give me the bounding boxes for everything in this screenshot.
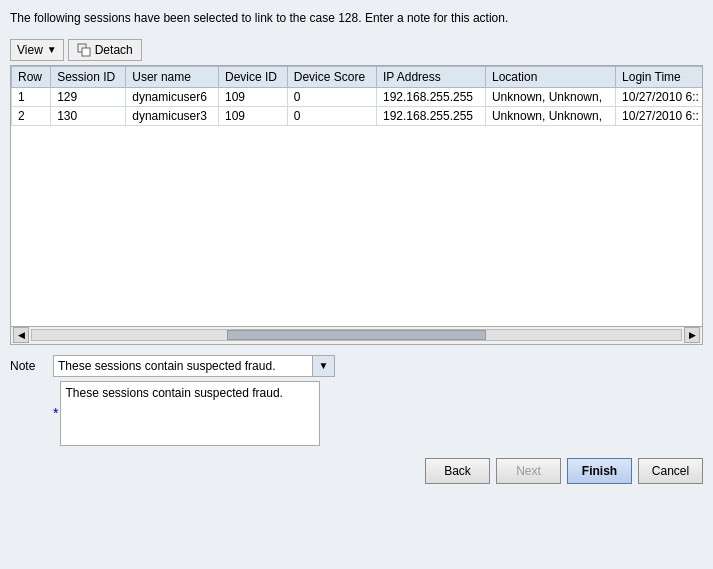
toolbar: View ▼ Detach xyxy=(10,39,703,61)
description-text: The following sessions have been selecte… xyxy=(10,10,703,27)
note-row: Note ▼ xyxy=(10,355,703,377)
svg-rect-1 xyxy=(82,48,90,56)
table-row: 2130dynamicuser31090192.168.255.255Unkno… xyxy=(12,106,703,125)
scroll-thumb[interactable] xyxy=(227,330,487,340)
next-button[interactable]: Next xyxy=(496,458,561,484)
required-star: * xyxy=(53,405,58,421)
col-username: User name xyxy=(126,66,219,87)
note-label: Note xyxy=(10,359,45,373)
col-ip-address: IP Address xyxy=(376,66,485,87)
note-dropdown-button[interactable]: ▼ xyxy=(313,355,335,377)
col-login-time: Login Time xyxy=(616,66,702,87)
sessions-table: Row Session ID User name Device ID Devic… xyxy=(11,66,702,126)
back-button[interactable]: Back xyxy=(425,458,490,484)
table-header-row: Row Session ID User name Device ID Devic… xyxy=(12,66,703,87)
col-row: Row xyxy=(12,66,51,87)
view-label: View xyxy=(17,43,43,57)
main-container: The following sessions have been selecte… xyxy=(0,0,713,569)
scroll-track[interactable] xyxy=(31,329,682,341)
scroll-left-button[interactable]: ◀ xyxy=(13,327,29,343)
col-device-id: Device ID xyxy=(218,66,287,87)
scroll-right-button[interactable]: ▶ xyxy=(684,327,700,343)
finish-button[interactable]: Finish xyxy=(567,458,632,484)
col-location: Location xyxy=(485,66,615,87)
col-device-score: Device Score xyxy=(287,66,376,87)
detach-icon xyxy=(77,43,91,57)
table-wrapper: Row Session ID User name Device ID Devic… xyxy=(10,65,703,345)
table-row: 1129dynamicuser61090192.168.255.255Unkno… xyxy=(12,87,703,106)
col-session-id: Session ID xyxy=(51,66,126,87)
note-dropdown-input[interactable] xyxy=(53,355,313,377)
note-content-row: * xyxy=(53,381,703,446)
view-dropdown-arrow-icon: ▼ xyxy=(47,44,57,55)
table-scroll[interactable]: Row Session ID User name Device ID Devic… xyxy=(11,66,702,326)
detach-button[interactable]: Detach xyxy=(68,39,142,61)
view-button[interactable]: View ▼ xyxy=(10,39,64,61)
detach-label: Detach xyxy=(95,43,133,57)
horizontal-scrollbar[interactable]: ◀ ▶ xyxy=(11,326,702,344)
note-section: Note ▼ * xyxy=(10,355,703,446)
cancel-button[interactable]: Cancel xyxy=(638,458,703,484)
table-body: 1129dynamicuser61090192.168.255.255Unkno… xyxy=(12,87,703,125)
button-row: Back Next Finish Cancel xyxy=(10,458,703,490)
note-dropdown-wrapper: ▼ xyxy=(53,355,335,377)
note-textarea[interactable] xyxy=(60,381,320,446)
